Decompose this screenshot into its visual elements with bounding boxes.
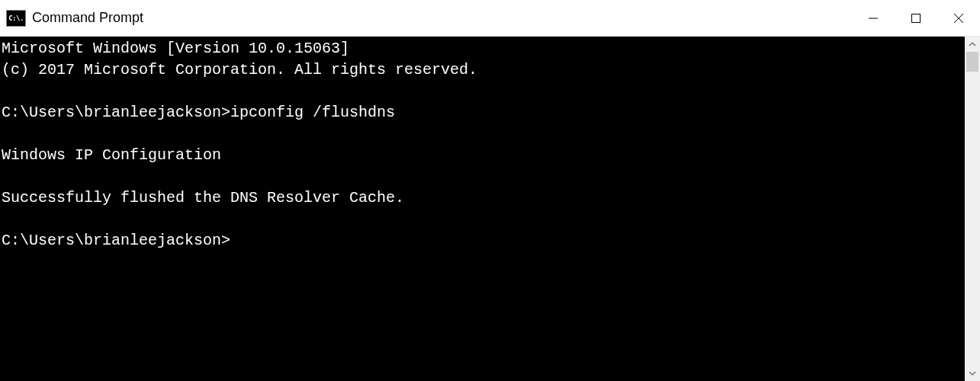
- terminal-area: Microsoft Windows [Version 10.0.15063](c…: [0, 37, 980, 381]
- close-icon: [953, 13, 964, 24]
- window-titlebar[interactable]: C:\. Command Prompt: [0, 0, 980, 37]
- terminal-output[interactable]: Microsoft Windows [Version 10.0.15063](c…: [0, 37, 965, 381]
- terminal-line: C:\Users\brianleejackson>ipconfig /flush…: [2, 102, 965, 123]
- terminal-line: [2, 123, 965, 145]
- terminal-line: (c) 2017 Microsoft Corporation. All righ…: [2, 59, 965, 81]
- scroll-thumb[interactable]: [966, 52, 978, 72]
- scroll-down-arrow[interactable]: [965, 366, 980, 381]
- chevron-down-icon: [969, 370, 976, 377]
- maximize-button[interactable]: [895, 0, 937, 36]
- scroll-track[interactable]: [965, 52, 980, 366]
- close-button[interactable]: [937, 0, 980, 36]
- terminal-line: Microsoft Windows [Version 10.0.15063]: [2, 38, 965, 59]
- terminal-line: [2, 81, 965, 102]
- terminal-line: [2, 209, 965, 230]
- terminal-line: [2, 166, 965, 187]
- vertical-scrollbar[interactable]: [965, 37, 980, 381]
- terminal-line: Successfully flushed the DNS Resolver Ca…: [2, 187, 965, 209]
- cmd-icon: C:\.: [6, 10, 26, 27]
- terminal-line: C:\Users\brianleejackson>: [2, 230, 965, 251]
- minimize-icon: [868, 13, 879, 24]
- svg-rect-1: [912, 14, 921, 22]
- scroll-up-arrow[interactable]: [965, 37, 980, 52]
- titlebar-controls: [852, 0, 980, 36]
- titlebar-left: C:\. Command Prompt: [0, 10, 143, 27]
- window-title: Command Prompt: [32, 10, 143, 26]
- chevron-up-icon: [969, 40, 976, 48]
- minimize-button[interactable]: [852, 0, 895, 36]
- maximize-icon: [911, 13, 921, 24]
- terminal-line: Windows IP Configuration: [2, 145, 965, 166]
